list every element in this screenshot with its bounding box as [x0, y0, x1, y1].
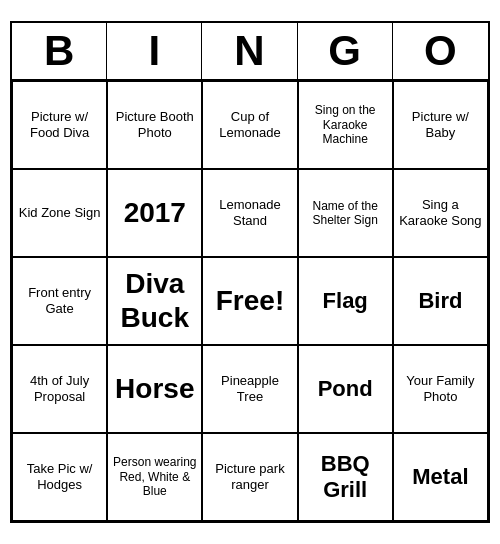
- header-o: O: [393, 23, 488, 79]
- bingo-cell-11[interactable]: Diva Buck: [107, 257, 202, 345]
- bingo-grid: Picture w/ Food DivaPicture Booth PhotoC…: [12, 81, 488, 521]
- bingo-cell-21[interactable]: Person wearing Red, White & Blue: [107, 433, 202, 521]
- bingo-cell-22[interactable]: Picture park ranger: [202, 433, 297, 521]
- bingo-cell-9[interactable]: Sing a Karaoke Song: [393, 169, 488, 257]
- bingo-cell-17[interactable]: Pineapple Tree: [202, 345, 297, 433]
- bingo-cell-3[interactable]: Sing on the Karaoke Machine: [298, 81, 393, 169]
- bingo-card: B I N G O Picture w/ Food DivaPicture Bo…: [10, 21, 490, 523]
- bingo-cell-16[interactable]: Horse: [107, 345, 202, 433]
- bingo-cell-0[interactable]: Picture w/ Food Diva: [12, 81, 107, 169]
- bingo-cell-19[interactable]: Your Family Photo: [393, 345, 488, 433]
- bingo-cell-20[interactable]: Take Pic w/ Hodges: [12, 433, 107, 521]
- header-b: B: [12, 23, 107, 79]
- bingo-cell-8[interactable]: Name of the Shelter Sign: [298, 169, 393, 257]
- bingo-cell-1[interactable]: Picture Booth Photo: [107, 81, 202, 169]
- bingo-cell-10[interactable]: Front entry Gate: [12, 257, 107, 345]
- header-i: I: [107, 23, 202, 79]
- header-g: G: [298, 23, 393, 79]
- bingo-cell-7[interactable]: Lemonade Stand: [202, 169, 297, 257]
- bingo-header: B I N G O: [12, 23, 488, 81]
- bingo-cell-12[interactable]: Free!: [202, 257, 297, 345]
- bingo-cell-4[interactable]: Picture w/ Baby: [393, 81, 488, 169]
- bingo-cell-23[interactable]: BBQ Grill: [298, 433, 393, 521]
- bingo-cell-24[interactable]: Metal: [393, 433, 488, 521]
- bingo-cell-14[interactable]: Bird: [393, 257, 488, 345]
- bingo-cell-15[interactable]: 4th of July Proposal: [12, 345, 107, 433]
- bingo-cell-2[interactable]: Cup of Lemonade: [202, 81, 297, 169]
- bingo-cell-5[interactable]: Kid Zone Sign: [12, 169, 107, 257]
- bingo-cell-6[interactable]: 2017: [107, 169, 202, 257]
- header-n: N: [202, 23, 297, 79]
- bingo-cell-18[interactable]: Pond: [298, 345, 393, 433]
- bingo-cell-13[interactable]: Flag: [298, 257, 393, 345]
